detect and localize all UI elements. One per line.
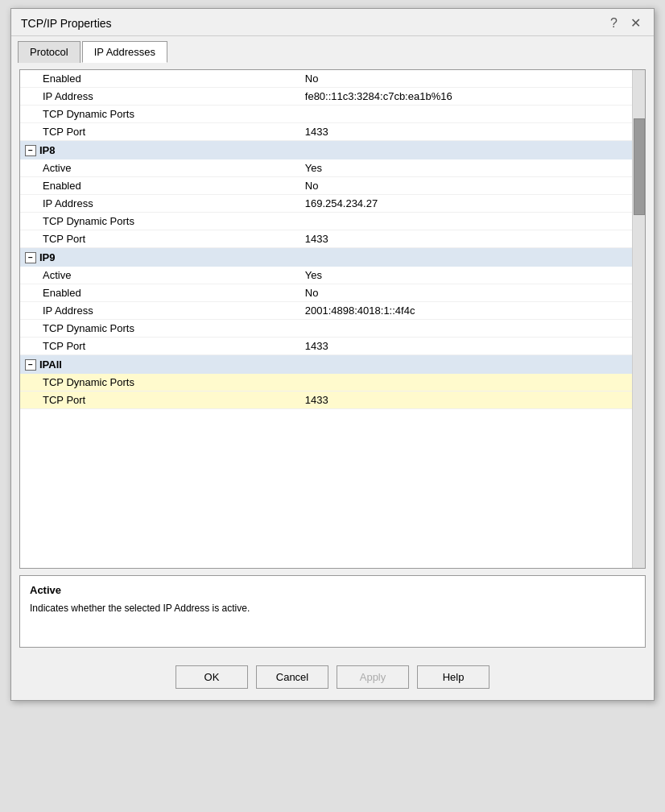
- description-box: Active Indicates whether the selected IP…: [19, 575, 646, 648]
- scrollbar[interactable]: [632, 70, 645, 568]
- collapse-ip9[interactable]: −: [25, 252, 36, 263]
- value-enabled-1: No: [305, 72, 626, 85]
- row-enabled-1: Enabled No: [20, 70, 632, 88]
- row-enabled-ip8: Enabled No: [20, 177, 632, 195]
- section-ip8-label: IP8: [39, 144, 56, 156]
- section-ip9-label: IP9: [39, 251, 56, 263]
- tab-ip-addresses[interactable]: IP Addresses: [82, 41, 167, 63]
- row-tcpdynamic-ipall[interactable]: TCP Dynamic Ports: [20, 374, 632, 392]
- label-enabled-ip8: Enabled: [43, 180, 305, 192]
- value-ipaddress-1: fe80::11c3:3284:c7cb:ea1b%16: [305, 90, 626, 102]
- row-tcpdynamic-ip8: TCP Dynamic Ports: [20, 213, 632, 230]
- label-ipaddress-ip8: IP Address: [43, 197, 305, 209]
- label-ipaddress-1: IP Address: [43, 90, 305, 102]
- row-active-ip8: Active Yes: [20, 160, 632, 177]
- section-ip9: − IP9: [20, 248, 632, 267]
- row-tcpport-ip8: TCP Port 1433: [20, 230, 632, 248]
- label-tcpdynamic-ip9: TCP Dynamic Ports: [43, 322, 305, 334]
- value-enabled-ip8: No: [305, 180, 626, 192]
- value-tcpdynamic-ipall: [305, 376, 626, 388]
- label-ipaddress-ip9: IP Address: [43, 304, 305, 317]
- title-bar-buttons: ? ✕: [607, 15, 644, 31]
- apply-button[interactable]: Apply: [337, 665, 409, 689]
- scrollbar-thumb[interactable]: [634, 118, 645, 215]
- help-dialog-button[interactable]: Help: [417, 665, 489, 689]
- section-ip8: − IP8: [20, 141, 632, 160]
- dialog-title: TCP/IP Properties: [21, 17, 112, 30]
- dialog-window: TCP/IP Properties ? ✕ Protocol IP Addres…: [10, 8, 655, 701]
- row-tcpdynamic-1: TCP Dynamic Ports: [20, 106, 632, 123]
- label-tcpdynamic-1: TCP Dynamic Ports: [43, 108, 305, 120]
- row-tcpport-ipall[interactable]: TCP Port 1433: [20, 392, 632, 409]
- label-tcpdynamic-ip8: TCP Dynamic Ports: [43, 215, 305, 227]
- cancel-button[interactable]: Cancel: [256, 665, 328, 689]
- row-tcpport-ip9: TCP Port 1433: [20, 338, 632, 355]
- collapse-ipall[interactable]: −: [25, 359, 36, 371]
- collapse-ip8[interactable]: −: [25, 145, 36, 156]
- row-enabled-ip9: Enabled No: [20, 284, 632, 302]
- label-tcpdynamic-ipall: TCP Dynamic Ports: [43, 376, 305, 388]
- value-active-ip9: Yes: [305, 269, 626, 281]
- ip-grid: Enabled No IP Address fe80::11c3:3284:c7…: [19, 69, 646, 569]
- dialog-content: Enabled No IP Address fe80::11c3:3284:c7…: [11, 63, 654, 654]
- description-text: Indicates whether the selected IP Addres…: [30, 601, 635, 615]
- input-tcpdynamic-ipall[interactable]: [305, 376, 334, 388]
- close-button[interactable]: ✕: [627, 15, 644, 31]
- label-tcpport-ip9: TCP Port: [43, 340, 305, 352]
- label-tcpport-1: TCP Port: [43, 126, 305, 138]
- value-enabled-ip9: No: [305, 287, 626, 299]
- value-ipaddress-ip9: 2001:4898:4018:1::4f4c: [305, 304, 626, 317]
- button-row: OK Cancel Apply Help: [11, 654, 654, 700]
- row-ipaddress-ip9: IP Address 2001:4898:4018:1::4f4c: [20, 302, 632, 320]
- section-ipall-label: IPAll: [39, 358, 62, 371]
- label-enabled-ip9: Enabled: [43, 287, 305, 299]
- description-title: Active: [30, 584, 635, 596]
- label-enabled-1: Enabled: [43, 72, 305, 85]
- ok-button[interactable]: OK: [176, 665, 248, 689]
- row-active-ip9: Active Yes: [20, 267, 632, 284]
- row-ipaddress-ip8: IP Address 169.254.234.27: [20, 195, 632, 213]
- label-tcpport-ip8: TCP Port: [43, 233, 305, 245]
- value-tcpport-ip9: 1433: [305, 340, 626, 352]
- value-tcpport-1: 1433: [305, 126, 626, 138]
- label-tcpport-ipall: TCP Port: [43, 394, 305, 406]
- help-button[interactable]: ?: [607, 16, 621, 31]
- value-active-ip8: Yes: [305, 162, 626, 174]
- title-bar: TCP/IP Properties ? ✕: [11, 9, 654, 36]
- grid-scroll-area[interactable]: Enabled No IP Address fe80::11c3:3284:c7…: [20, 70, 632, 568]
- input-tcpport-ipall[interactable]: 1433: [305, 394, 328, 406]
- tab-bar: Protocol IP Addresses: [11, 36, 654, 63]
- label-active-ip9: Active: [43, 269, 305, 281]
- value-ipaddress-ip8: 169.254.234.27: [305, 197, 626, 209]
- value-tcpport-ipall: 1433: [305, 394, 626, 406]
- row-ipaddress-1: IP Address fe80::11c3:3284:c7cb:ea1b%16: [20, 88, 632, 106]
- label-active-ip8: Active: [43, 162, 305, 174]
- row-tcpdynamic-ip9: TCP Dynamic Ports: [20, 320, 632, 338]
- tab-protocol[interactable]: Protocol: [18, 41, 81, 63]
- section-ipall: − IPAll: [20, 355, 632, 374]
- row-tcpport-1: TCP Port 1433: [20, 123, 632, 141]
- value-tcpport-ip8: 1433: [305, 233, 626, 245]
